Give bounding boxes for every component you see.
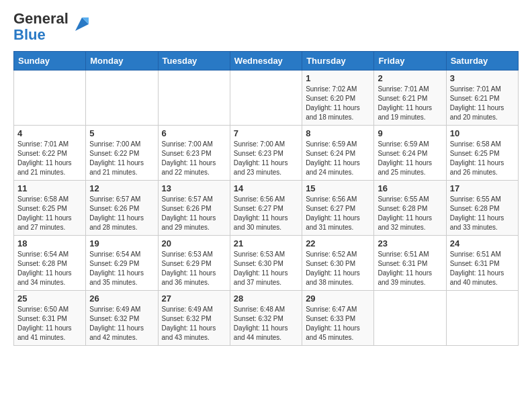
day-number: 1 [306,73,370,83]
calendar-cell: 2Sunrise: 7:01 AMSunset: 6:21 PMDaylight… [374,71,446,126]
day-of-week-header: Tuesday [158,52,230,71]
calendar-cell: 23Sunrise: 6:51 AMSunset: 6:31 PMDayligh… [374,236,446,291]
day-of-week-header: Monday [86,52,158,71]
calendar-cell: 17Sunrise: 6:55 AMSunset: 6:28 PMDayligh… [446,181,518,236]
day-number: 17 [450,183,515,193]
day-info: Sunrise: 7:00 AMSunset: 6:23 PMDaylight:… [234,140,298,177]
day-number: 8 [306,128,370,138]
day-info: Sunrise: 6:55 AMSunset: 6:28 PMDaylight:… [450,195,515,232]
day-info: Sunrise: 7:00 AMSunset: 6:22 PMDaylight:… [89,140,154,177]
calendar-cell: 16Sunrise: 6:55 AMSunset: 6:28 PMDayligh… [374,181,446,236]
day-info: Sunrise: 7:01 AMSunset: 6:21 PMDaylight:… [378,85,442,122]
day-info: Sunrise: 6:59 AMSunset: 6:24 PMDaylight:… [378,140,442,177]
calendar-cell: 29Sunrise: 6:47 AMSunset: 6:33 PMDayligh… [302,291,374,346]
day-info: Sunrise: 6:57 AMSunset: 6:26 PMDaylight:… [89,195,154,232]
day-of-week-header: Thursday [302,52,374,71]
calendar-cell: 5Sunrise: 7:00 AMSunset: 6:22 PMDaylight… [86,126,158,181]
day-number: 22 [306,238,370,248]
day-number: 11 [17,183,82,193]
calendar-table: SundayMondayTuesdayWednesdayThursdayFrid… [13,51,519,346]
day-number: 13 [162,183,226,193]
calendar-cell: 28Sunrise: 6:48 AMSunset: 6:32 PMDayligh… [230,291,302,346]
day-number: 3 [450,73,515,83]
day-number: 19 [89,238,154,248]
calendar-cell: 9Sunrise: 6:59 AMSunset: 6:24 PMDaylight… [374,126,446,181]
day-info: Sunrise: 6:48 AMSunset: 6:32 PMDaylight:… [234,305,298,342]
day-number: 6 [162,128,226,138]
calendar-week-row: 4Sunrise: 7:01 AMSunset: 6:22 PMDaylight… [14,126,519,181]
day-number: 18 [17,238,82,248]
day-info: Sunrise: 6:58 AMSunset: 6:25 PMDaylight:… [17,195,82,232]
day-info: Sunrise: 6:55 AMSunset: 6:28 PMDaylight:… [378,195,442,232]
page: General Blue SundayMondayTuesdayWednesda… [0,0,532,357]
day-info: Sunrise: 6:50 AMSunset: 6:31 PMDaylight:… [17,305,82,342]
day-number: 29 [306,293,370,304]
calendar-cell: 24Sunrise: 6:51 AMSunset: 6:31 PMDayligh… [446,236,518,291]
day-info: Sunrise: 6:47 AMSunset: 6:33 PMDaylight:… [306,305,370,342]
calendar-cell [446,291,518,346]
logo-icon [71,13,93,38]
day-number: 4 [17,128,82,138]
day-of-week-header: Wednesday [230,52,302,71]
day-number: 20 [162,238,226,248]
calendar-cell: 3Sunrise: 7:01 AMSunset: 6:21 PMDaylight… [446,71,518,126]
calendar-cell [86,71,158,126]
day-number: 5 [89,128,154,138]
calendar-cell: 12Sunrise: 6:57 AMSunset: 6:26 PMDayligh… [86,181,158,236]
day-of-week-header: Saturday [446,52,518,71]
day-info: Sunrise: 7:01 AMSunset: 6:21 PMDaylight:… [450,85,515,122]
day-number: 26 [89,293,154,304]
day-info: Sunrise: 7:01 AMSunset: 6:22 PMDaylight:… [17,140,82,177]
day-number: 23 [378,238,442,248]
calendar-cell: 18Sunrise: 6:54 AMSunset: 6:28 PMDayligh… [14,236,86,291]
calendar-week-row: 1Sunrise: 7:02 AMSunset: 6:20 PMDaylight… [14,71,519,126]
day-info: Sunrise: 6:51 AMSunset: 6:31 PMDaylight:… [450,250,515,287]
day-info: Sunrise: 6:58 AMSunset: 6:25 PMDaylight:… [450,140,515,177]
day-info: Sunrise: 6:54 AMSunset: 6:29 PMDaylight:… [89,250,154,287]
day-number: 9 [378,128,442,138]
day-info: Sunrise: 6:57 AMSunset: 6:26 PMDaylight:… [162,195,226,232]
calendar-cell: 8Sunrise: 6:59 AMSunset: 6:24 PMDaylight… [302,126,374,181]
day-number: 2 [378,73,442,83]
day-info: Sunrise: 6:53 AMSunset: 6:30 PMDaylight:… [234,250,298,287]
calendar-cell: 7Sunrise: 7:00 AMSunset: 6:23 PMDaylight… [230,126,302,181]
day-info: Sunrise: 6:56 AMSunset: 6:27 PMDaylight:… [306,195,370,232]
logo: General Blue [13,11,93,43]
calendar-cell: 27Sunrise: 6:49 AMSunset: 6:32 PMDayligh… [158,291,230,346]
calendar-cell: 1Sunrise: 7:02 AMSunset: 6:20 PMDaylight… [302,71,374,126]
day-number: 21 [234,238,298,248]
calendar-cell: 15Sunrise: 6:56 AMSunset: 6:27 PMDayligh… [302,181,374,236]
day-number: 14 [234,183,298,193]
day-number: 24 [450,238,515,248]
calendar-cell: 14Sunrise: 6:56 AMSunset: 6:27 PMDayligh… [230,181,302,236]
calendar-cell [230,71,302,126]
day-of-week-header: Friday [374,52,446,71]
day-number: 27 [162,293,226,304]
day-info: Sunrise: 6:49 AMSunset: 6:32 PMDaylight:… [162,305,226,342]
calendar-cell: 19Sunrise: 6:54 AMSunset: 6:29 PMDayligh… [86,236,158,291]
calendar-cell: 26Sunrise: 6:49 AMSunset: 6:32 PMDayligh… [86,291,158,346]
day-info: Sunrise: 7:00 AMSunset: 6:23 PMDaylight:… [162,140,226,177]
calendar-cell: 6Sunrise: 7:00 AMSunset: 6:23 PMDaylight… [158,126,230,181]
day-info: Sunrise: 6:53 AMSunset: 6:29 PMDaylight:… [162,250,226,287]
calendar-cell: 25Sunrise: 6:50 AMSunset: 6:31 PMDayligh… [14,291,86,346]
day-of-week-header: Sunday [14,52,86,71]
day-number: 7 [234,128,298,138]
calendar-cell: 22Sunrise: 6:52 AMSunset: 6:30 PMDayligh… [302,236,374,291]
calendar-week-row: 25Sunrise: 6:50 AMSunset: 6:31 PMDayligh… [14,291,519,346]
calendar-cell: 21Sunrise: 6:53 AMSunset: 6:30 PMDayligh… [230,236,302,291]
calendar-header-row: SundayMondayTuesdayWednesdayThursdayFrid… [14,52,519,71]
day-info: Sunrise: 6:54 AMSunset: 6:28 PMDaylight:… [17,250,82,287]
calendar-cell: 13Sunrise: 6:57 AMSunset: 6:26 PMDayligh… [158,181,230,236]
calendar-cell: 11Sunrise: 6:58 AMSunset: 6:25 PMDayligh… [14,181,86,236]
day-info: Sunrise: 6:52 AMSunset: 6:30 PMDaylight:… [306,250,370,287]
calendar-cell [374,291,446,346]
day-info: Sunrise: 6:59 AMSunset: 6:24 PMDaylight:… [306,140,370,177]
calendar-cell [158,71,230,126]
day-info: Sunrise: 6:49 AMSunset: 6:32 PMDaylight:… [89,305,154,342]
calendar-cell: 4Sunrise: 7:01 AMSunset: 6:22 PMDaylight… [14,126,86,181]
day-number: 12 [89,183,154,193]
day-info: Sunrise: 6:56 AMSunset: 6:27 PMDaylight:… [234,195,298,232]
day-number: 16 [378,183,442,193]
day-info: Sunrise: 6:51 AMSunset: 6:31 PMDaylight:… [378,250,442,287]
